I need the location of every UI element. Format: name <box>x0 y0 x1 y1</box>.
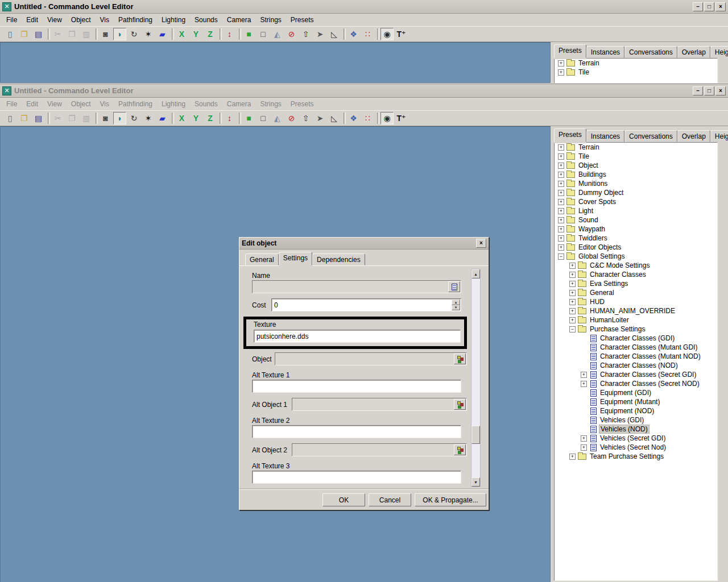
scroll-down-icon[interactable]: ▼ <box>471 477 480 487</box>
expander-icon[interactable] <box>558 144 564 151</box>
cut-icon[interactable]: ✂ <box>51 112 64 124</box>
titlebar[interactable]: ✕ Untitled - Commando Level Editor – □ × <box>0 0 728 14</box>
paste-icon[interactable]: ▥ <box>80 28 93 40</box>
menu-item[interactable]: Vis <box>96 14 113 26</box>
expander-icon[interactable] <box>558 163 564 169</box>
axis-y-icon[interactable]: Y <box>189 112 202 124</box>
toolbar-button[interactable] <box>218 28 222 40</box>
expander-icon[interactable] <box>558 69 564 76</box>
tree-item[interactable]: Vehicles (Secret GDI) <box>555 434 717 443</box>
menu-item[interactable]: Sounds <box>191 14 222 26</box>
flag-icon[interactable]: ▰ <box>156 28 169 40</box>
maximize-button[interactable]: □ <box>704 2 714 11</box>
expander-icon[interactable] <box>569 326 576 332</box>
expander-icon[interactable] <box>581 381 587 387</box>
titlebar[interactable]: ✕ Untitled - Commando Level Editor – □ × <box>0 84 728 98</box>
axis-x-icon[interactable]: X <box>175 112 188 124</box>
menu-item[interactable]: View <box>43 98 66 110</box>
toolbar-button[interactable] <box>237 28 241 40</box>
expander-icon[interactable] <box>558 60 564 66</box>
toolbar-button[interactable] <box>375 112 379 124</box>
expander-icon[interactable] <box>558 208 564 214</box>
toolbar-button[interactable] <box>342 112 346 124</box>
alt-texture3-field[interactable] <box>252 471 461 484</box>
alt-texture2-field[interactable] <box>252 425 461 438</box>
tree-scrollbar[interactable] <box>717 143 718 580</box>
tree-item[interactable]: Tile <box>555 68 717 77</box>
minimize-button[interactable]: – <box>693 86 703 95</box>
expander-icon[interactable] <box>569 454 576 460</box>
tree-item[interactable]: Editor Objects <box>555 243 717 252</box>
tree-item[interactable]: Equipment (Mutant) <box>555 397 717 406</box>
rotate-gizmo-icon[interactable]: ↻ <box>127 28 140 40</box>
close-icon[interactable]: × <box>476 239 486 248</box>
save-icon[interactable]: ▤ <box>32 112 45 124</box>
tree-item[interactable]: C&C Mode Settings <box>555 261 717 270</box>
new-document-icon[interactable]: ▯ <box>3 112 16 124</box>
visibility-eye-icon[interactable]: ◭ <box>271 28 284 40</box>
dialog-titlebar[interactable]: Edit object × <box>239 238 489 250</box>
menu-item[interactable]: Edit <box>22 98 42 110</box>
vehicle-icon[interactable]: ➤ <box>313 28 326 40</box>
wireframe-cube-icon[interactable]: □ <box>257 28 270 40</box>
menu-item[interactable]: Edit <box>22 14 42 26</box>
edit-name-button[interactable] <box>448 281 460 292</box>
teapot-render-icon[interactable]: ◗ <box>113 28 126 40</box>
menu-item[interactable]: Object <box>67 14 95 26</box>
expander-icon[interactable] <box>569 263 576 269</box>
spinner-down-icon[interactable]: ▼ <box>452 305 460 311</box>
expander-icon[interactable] <box>581 444 587 451</box>
expander-icon[interactable] <box>558 199 564 205</box>
panel-tab[interactable]: Conversations <box>624 46 677 58</box>
expander-icon[interactable] <box>569 290 576 296</box>
tree-item[interactable]: Sound <box>555 215 717 225</box>
save-icon[interactable]: ▤ <box>32 28 45 40</box>
expander-icon[interactable] <box>558 172 564 178</box>
tree-item[interactable]: Terrain <box>555 59 717 68</box>
menu-item[interactable]: Lighting <box>158 98 189 110</box>
pick-alt-object2-button[interactable] <box>454 444 466 455</box>
menu-item[interactable]: Strings <box>256 98 285 110</box>
tree-item[interactable]: Team Purchase Settings <box>555 452 717 461</box>
solid-cube-icon[interactable]: ■ <box>242 112 255 124</box>
wireframe-cube-icon[interactable]: □ <box>257 112 270 124</box>
expander-icon[interactable] <box>558 253 564 260</box>
dialog-tab[interactable]: Settings <box>279 252 312 265</box>
tree-item[interactable]: Object <box>555 161 717 170</box>
movie-camera-icon[interactable]: ◙ <box>99 28 112 40</box>
menu-item[interactable]: Strings <box>256 14 285 26</box>
expander-icon[interactable] <box>558 226 564 232</box>
toolbar-button[interactable] <box>218 112 222 124</box>
text-strings-icon[interactable]: T⁺ <box>395 112 408 124</box>
menu-item[interactable]: Pathfinding <box>114 98 156 110</box>
elevate-icon[interactable]: ⇧ <box>299 28 312 40</box>
cubes-group-icon[interactable]: ❖ <box>347 112 360 124</box>
rotate-gizmo-icon[interactable]: ↻ <box>127 112 140 124</box>
menu-item[interactable]: Camera <box>223 98 255 110</box>
panel-tab[interactable]: Heightfield <box>710 130 728 142</box>
color-squares-icon[interactable]: ∷ <box>361 112 374 124</box>
tree-item[interactable]: Eva Settings <box>555 279 717 288</box>
expander-icon[interactable] <box>581 372 587 378</box>
expander-icon[interactable] <box>558 181 564 187</box>
tree-item[interactable]: Munitions <box>555 179 717 188</box>
toolbar-button[interactable] <box>94 28 98 40</box>
vehicle-icon[interactable]: ➤ <box>313 112 326 124</box>
toolbar-button[interactable] <box>375 28 379 40</box>
vertical-arrow-icon[interactable]: ↕ <box>223 112 236 124</box>
close-button[interactable]: × <box>715 86 726 95</box>
cut-icon[interactable]: ✂ <box>51 28 64 40</box>
expander-icon[interactable] <box>569 308 576 314</box>
teapot-render-icon[interactable]: ◗ <box>113 112 126 124</box>
expander-icon[interactable] <box>558 217 564 223</box>
menu-item[interactable]: Pathfinding <box>114 14 156 26</box>
expander-icon[interactable] <box>569 299 576 305</box>
menu-item[interactable]: Vis <box>96 98 113 110</box>
expander-icon[interactable] <box>558 235 564 242</box>
expander-icon[interactable] <box>558 244 564 251</box>
panel-tab[interactable]: Heightfield <box>710 46 728 58</box>
menu-item[interactable]: Sounds <box>191 98 222 110</box>
tree-item[interactable]: Buildings <box>555 170 717 179</box>
panel-tab[interactable]: Overlap <box>677 46 710 58</box>
tree-item[interactable]: General <box>555 288 717 297</box>
